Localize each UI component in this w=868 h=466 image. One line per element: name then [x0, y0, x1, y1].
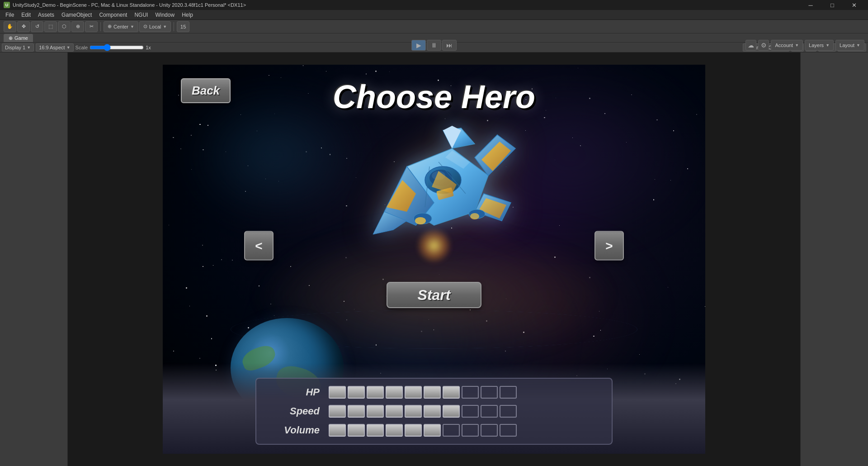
aspect-dropdown[interactable]: 16:9 Aspect ▼	[36, 43, 73, 52]
back-label: Back	[192, 84, 220, 98]
stat-bar-4	[386, 424, 403, 437]
hp-bars	[329, 386, 517, 399]
volume-bars	[329, 424, 517, 437]
move-tool[interactable]: ✥	[17, 21, 30, 32]
maximize-button[interactable]: □	[822, 0, 843, 10]
display-dropdown[interactable]: Display 1 ▼	[2, 43, 34, 52]
svg-point-15	[415, 217, 426, 224]
star	[366, 73, 367, 74]
menu-file[interactable]: File	[2, 11, 18, 19]
minimize-button[interactable]: ─	[800, 0, 821, 10]
local-icon: ⊙	[143, 24, 147, 29]
volume-label: Volume	[270, 424, 320, 436]
hand-tool[interactable]: ✋	[4, 21, 16, 32]
back-button[interactable]: Back	[181, 78, 231, 103]
game-tab[interactable]: ⊕ Game	[4, 34, 33, 42]
stat-bar-9	[481, 405, 498, 418]
star	[696, 114, 697, 115]
play-button[interactable]: ▶	[411, 40, 426, 51]
step-button[interactable]: ⏭	[442, 40, 457, 51]
layers-button[interactable]: Layers ▼	[805, 40, 834, 51]
start-label: Start	[418, 287, 451, 304]
star	[206, 315, 208, 317]
center-button[interactable]: ⊕ Center ▼	[104, 21, 138, 32]
rotate-tool[interactable]: ↺	[31, 21, 43, 32]
stat-bar-8	[462, 405, 479, 418]
stat-bar-3	[367, 386, 384, 399]
star	[389, 71, 390, 72]
menu-help[interactable]: Help	[178, 11, 197, 19]
stat-bar-2	[348, 386, 365, 399]
stat-bar-6	[424, 405, 441, 418]
account-dropdown-icon: ▼	[795, 43, 799, 48]
layers-label: Layers	[809, 43, 824, 48]
star	[186, 287, 187, 289]
stats-panel: HP Speed Volume	[255, 378, 613, 445]
menu-ngui[interactable]: NGUI	[131, 11, 151, 19]
layout-button[interactable]: Layout ▼	[835, 40, 864, 51]
title-bar: U UnityStudy2_Demo - BeginScene - PC, Ma…	[0, 0, 868, 10]
menu-assets[interactable]: Assets	[34, 11, 58, 19]
svg-point-16	[470, 213, 479, 219]
pivot-icon: ⊕	[108, 24, 112, 29]
stat-bar-5	[405, 386, 422, 399]
num-button[interactable]: 15	[177, 21, 189, 32]
nav-right-button[interactable]: >	[594, 231, 624, 261]
account-button[interactable]: Account ▼	[771, 40, 803, 51]
account-label: Account	[775, 43, 793, 48]
star	[169, 225, 169, 225]
scale-slider[interactable]	[90, 45, 144, 50]
star	[203, 266, 203, 267]
stat-bar-3	[367, 405, 384, 418]
hp-row: HP	[270, 386, 598, 399]
aspect-label: 16:9 Aspect	[39, 45, 65, 50]
menu-component[interactable]: Component	[95, 11, 131, 19]
nav-left-button[interactable]: <	[244, 231, 274, 261]
stat-bar-1	[329, 424, 346, 437]
star	[202, 245, 203, 246]
main-layout: Choose Hero Back < >	[0, 52, 868, 466]
stat-bar-9	[481, 386, 498, 399]
stat-bar-1	[329, 386, 346, 399]
star	[232, 260, 233, 261]
star	[668, 287, 669, 288]
transform-all-tool[interactable]: ⊕	[71, 21, 84, 32]
menu-window[interactable]: Window	[151, 11, 178, 19]
star	[375, 71, 376, 71]
display-label: Display 1	[5, 45, 25, 50]
layers-dropdown-icon: ▼	[826, 43, 830, 48]
play-controls: ▶ ⏸ ⏭	[411, 40, 457, 51]
game-viewport: Choose Hero Back < >	[68, 52, 800, 466]
hp-label: HP	[270, 386, 320, 398]
stat-bar-10	[500, 386, 517, 399]
display-dropdown-icon: ▼	[27, 45, 31, 50]
star	[281, 77, 281, 78]
stat-bar-5	[405, 424, 422, 437]
menu-edit[interactable]: Edit	[18, 11, 34, 19]
game-tab-icon: ⊕	[9, 35, 13, 41]
rect-tool[interactable]: ⬡	[58, 21, 71, 32]
center-label: Center	[113, 24, 128, 29]
pause-button[interactable]: ⏸	[427, 40, 441, 51]
game-title: Choose Hero	[333, 78, 535, 115]
star	[173, 351, 174, 352]
close-button[interactable]: ✕	[844, 0, 864, 10]
start-button[interactable]: Start	[387, 282, 481, 308]
stat-bar-5	[405, 405, 422, 418]
settings-icon-button[interactable]: ⚙	[758, 40, 769, 51]
cloud-icon-button[interactable]: ☁	[745, 40, 756, 51]
local-dropdown-icon: ▼	[163, 24, 167, 29]
star	[326, 71, 326, 71]
menu-gameobject[interactable]: GameObject	[58, 11, 95, 19]
local-button[interactable]: ⊙ Local ▼	[139, 21, 171, 32]
stat-bar-2	[348, 424, 365, 437]
stat-bar-2	[348, 405, 365, 418]
stat-bar-7	[443, 386, 460, 399]
local-label: Local	[149, 24, 161, 29]
star	[221, 259, 222, 260]
toolbar: ✋ ✥ ↺ ⬚ ⬡ ⊕ ✂ ⊕ Center ▼ ⊙ Local ▼ 15 ▶ …	[0, 20, 868, 33]
custom-tool[interactable]: ✂	[85, 21, 98, 32]
layout-label: Layout	[840, 43, 854, 48]
scale-value: 1x	[146, 45, 151, 50]
scale-tool[interactable]: ⬚	[44, 21, 57, 32]
